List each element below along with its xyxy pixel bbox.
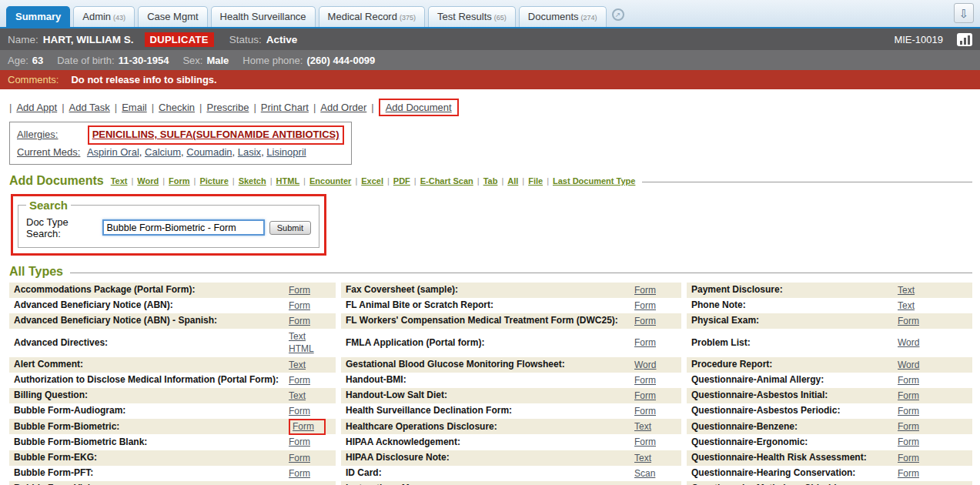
filter-picture[interactable]: Picture <box>199 176 228 186</box>
doc-open-link-form[interactable]: Form <box>898 374 919 386</box>
tab-summary[interactable]: Summary <box>6 6 70 27</box>
filter-tab[interactable]: Tab <box>483 176 498 186</box>
doc-open-link-form[interactable]: Form <box>898 467 919 480</box>
filter-e-chart-scan[interactable]: E-Chart Scan <box>420 176 473 186</box>
action-add-order[interactable]: Add Order <box>320 102 366 113</box>
action-checkin[interactable]: Checkin <box>159 102 195 113</box>
action-add-appt[interactable]: Add Appt <box>16 102 57 113</box>
doc-open-link-form[interactable]: Form <box>898 390 919 402</box>
doc-open-link-word[interactable]: Word <box>898 359 919 371</box>
med-coumadin[interactable]: Coumadin <box>186 146 232 158</box>
doc-open-link-form[interactable]: Form <box>289 419 326 435</box>
doc-open-link-form[interactable]: Form <box>634 284 656 296</box>
doc-open-link-form[interactable]: Form <box>634 405 656 417</box>
action-print-chart[interactable]: Print Chart <box>261 102 309 113</box>
tab-options-icon[interactable]: ↗ <box>612 8 624 21</box>
doc-open-link-form[interactable]: Form <box>898 420 919 433</box>
filter-html[interactable]: HTML <box>276 176 300 186</box>
doc-open-link-form[interactable]: Form <box>289 436 310 448</box>
doc-open-link-text[interactable]: Text <box>898 299 915 312</box>
doc-open-link-text[interactable]: Text <box>289 359 306 371</box>
doc-open-link-form[interactable]: Form <box>898 315 919 327</box>
filter-all[interactable]: All <box>507 176 518 186</box>
doc-open-link-text[interactable]: Text <box>898 284 915 296</box>
filter-form[interactable]: Form <box>169 176 190 186</box>
doc-type-cell: Questionnaire-Animal Allergy:Form <box>687 373 972 388</box>
med-calcium[interactable]: Calcium <box>145 146 181 158</box>
doc-open-link-text[interactable]: Text <box>289 330 306 343</box>
doc-type-links: Text <box>289 359 332 371</box>
header-toggle-button[interactable]: ⇩ <box>954 3 974 23</box>
tab-admin[interactable]: Admin(43) <box>73 6 135 27</box>
doc-open-link-form[interactable]: Form <box>289 452 310 464</box>
doc-type-cell: Questionnaire-Hearing Conservation:Form <box>687 466 972 481</box>
doc-open-link-form[interactable]: Form <box>634 315 656 327</box>
filter-sketch[interactable]: Sketch <box>239 176 266 186</box>
doc-open-link-form[interactable]: Form <box>289 405 310 417</box>
doc-open-link-form[interactable]: Form <box>289 467 310 480</box>
doc-open-link-text[interactable]: Text <box>634 452 651 464</box>
filter-file[interactable]: File <box>528 176 543 186</box>
action-add-document[interactable]: Add Document <box>386 102 452 113</box>
filter-word[interactable]: Word <box>137 176 159 186</box>
tab-case-mgmt[interactable]: Case Mgmt <box>138 6 207 27</box>
bar-chart-icon[interactable] <box>957 33 972 46</box>
doc-open-link-form[interactable]: Form <box>898 452 919 464</box>
doc-open-link-form[interactable]: Form <box>289 284 310 296</box>
filter-last-document-type[interactable]: Last Document Type <box>553 176 635 186</box>
doc-type-cell: Handout-BMI:Form <box>341 373 681 388</box>
action-prescribe[interactable]: Prescribe <box>206 102 249 113</box>
doc-open-link-form[interactable]: Form <box>289 299 310 312</box>
med-aspirin-oral[interactable]: Aspirin Oral <box>87 146 139 158</box>
doc-open-link-text[interactable]: Text <box>289 390 306 402</box>
doc-type-row: Bubble Form-EKG:FormHIPAA Disclosure Not… <box>9 450 972 466</box>
doc-type-cell: HIPAA Acknowledgement:Form <box>341 434 681 450</box>
doc-type-label: Bubble Form-Audiogram: <box>14 405 289 417</box>
separator: | <box>62 102 64 113</box>
med-lisinopril[interactable]: Lisinopril <box>266 146 306 158</box>
doc-type-label: FL Animal Bite or Scratch Report: <box>346 299 634 312</box>
doc-open-link-text[interactable]: Text <box>634 420 651 433</box>
doc-open-link-form[interactable]: Form <box>634 374 656 386</box>
filter-pdf[interactable]: PDF <box>393 176 410 186</box>
doc-open-link-html[interactable]: HTML <box>289 343 314 355</box>
tab-count: (43) <box>113 14 125 22</box>
doc-type-row: Accommodations Package (Portal Form):For… <box>9 283 972 298</box>
med-lasix[interactable]: Lasix <box>238 146 261 158</box>
doc-open-link-form[interactable]: Form <box>634 299 656 312</box>
action-email[interactable]: Email <box>122 102 147 113</box>
doc-type-links: Form <box>634 374 677 386</box>
action-add-task[interactable]: Add Task <box>69 102 110 113</box>
current-meds-link[interactable]: Current Meds: <box>17 145 85 161</box>
allergy-value-link[interactable]: PENICILLINS, SULFA(SULFONAMIDE ANTIBIOTI… <box>92 129 339 140</box>
doc-open-link-form[interactable]: Form <box>634 436 656 448</box>
doc-open-link-form[interactable]: Form <box>289 374 310 386</box>
doc-type-links: Form <box>898 405 968 417</box>
doc-type-label: Questionnaire-Ergonomic: <box>691 436 898 449</box>
doc-type-search-input[interactable] <box>102 219 265 236</box>
doc-type-label: ID Card: <box>346 467 634 480</box>
filter-encounter[interactable]: Encounter <box>309 176 351 186</box>
filter-excel[interactable]: Excel <box>361 176 383 186</box>
allergies-link[interactable]: Allergies: <box>17 127 85 143</box>
tab-test-results[interactable]: Test Results(65) <box>428 6 516 27</box>
tab-documents[interactable]: Documents(274) <box>519 6 607 27</box>
doc-open-link-form[interactable]: Form <box>634 390 656 402</box>
doc-open-link-scan[interactable]: Scan <box>634 467 655 480</box>
doc-open-link-form[interactable]: Form <box>289 315 310 327</box>
tab-health-surveillance[interactable]: Health Surveillance <box>211 6 316 27</box>
doc-open-link-form[interactable]: Form <box>634 336 656 349</box>
tab-medical-record[interactable]: Medical Record(375) <box>319 6 425 27</box>
doc-open-link-form[interactable]: Form <box>898 405 919 417</box>
submit-button[interactable]: Submit <box>269 221 311 235</box>
doc-open-link-word[interactable]: Word <box>634 359 656 371</box>
separator: | <box>414 176 416 186</box>
doc-type-links: Word <box>634 359 677 371</box>
filter-text[interactable]: Text <box>111 176 128 186</box>
doc-type-cell: Bubble Form-Biometric Blank:Form <box>9 434 336 450</box>
comments-bar: Comments: Do not release info to sibling… <box>0 70 980 89</box>
doc-type-label: Payment Disclosure: <box>691 284 898 296</box>
doc-open-link-word[interactable]: Word <box>898 336 919 349</box>
separator: | <box>162 176 165 186</box>
doc-open-link-form[interactable]: Form <box>898 436 919 448</box>
